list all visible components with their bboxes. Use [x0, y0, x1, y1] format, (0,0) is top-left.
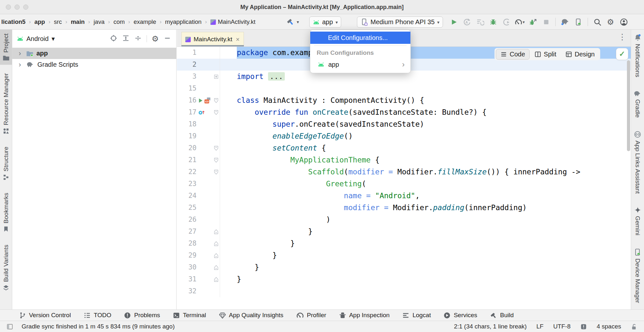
code-line-23[interactable]: 23 Greeting(	[177, 178, 631, 190]
fold-marker-down[interactable]	[213, 166, 220, 178]
project-view-select[interactable]: Android ▾	[17, 35, 55, 43]
editor-scrollbar[interactable]	[627, 60, 630, 151]
tab-options-icon[interactable]: ⋮	[618, 32, 626, 42]
code-line-32[interactable]: 32	[177, 285, 631, 297]
error-highlight-icon[interactable]	[580, 323, 587, 330]
close-icon[interactable]: ×	[236, 36, 240, 43]
tool-window-button-problems[interactable]: Problems	[124, 312, 160, 319]
panel-settings-button[interactable]: ⚙	[152, 34, 159, 44]
code-line-21[interactable]: 21 MyApplicationTheme {	[177, 154, 631, 166]
status-caret-position[interactable]: 2:1 (34 chars, 1 line break)	[454, 323, 527, 330]
override-gutter-icon[interactable]	[198, 109, 205, 116]
code-line-26[interactable]: 26 )	[177, 214, 631, 226]
fold-marker-up[interactable]	[213, 273, 220, 285]
fold-marker-down[interactable]	[213, 106, 220, 118]
tool-window-button-bookmarks[interactable]: Bookmarks	[0, 189, 12, 236]
tool-window-button-app-links-assistant[interactable]: App Links Assistant	[631, 127, 644, 198]
code-line-31[interactable]: 31}	[177, 273, 631, 285]
run-gutter-icon[interactable]	[198, 98, 203, 103]
breadcrumb-item[interactable]: MainActivity.kt	[210, 18, 255, 25]
sync-gradle-button[interactable]	[560, 17, 570, 27]
code-editor[interactable]: 1package com.example.myapplication23impo…	[177, 47, 631, 309]
status-line-separator[interactable]: LF	[536, 323, 543, 330]
apply-code-changes-button[interactable]	[475, 17, 485, 27]
status-indent-setting[interactable]: 4 spaces	[597, 323, 621, 330]
tree-item-app[interactable]: ›app	[12, 48, 176, 59]
breadcrumb-item[interactable]: myapplication	[165, 18, 201, 25]
code-line-25[interactable]: 25 modifier = Modifier.padding(innerPadd…	[177, 202, 631, 214]
view-toggle-design[interactable]: Design	[561, 49, 599, 59]
code-line-27[interactable]: 27 }	[177, 226, 631, 238]
chevron-right-icon[interactable]: ›	[19, 49, 23, 58]
apply-changes-button[interactable]: A	[462, 17, 472, 27]
view-toggle-split[interactable]: Split	[530, 49, 561, 59]
tool-window-button-profiler[interactable]: Profiler	[296, 311, 326, 319]
fold-marker-plus[interactable]	[213, 71, 220, 83]
fold-marker-up[interactable]	[213, 261, 220, 273]
profile-button[interactable]	[501, 17, 512, 27]
breadcrumb-item[interactable]: lication5	[1, 18, 25, 25]
breadcrumb-item[interactable]: app	[34, 18, 45, 25]
tool-window-button-project[interactable]: Project	[0, 30, 12, 65]
chevron-right-icon[interactable]: ›	[19, 61, 23, 69]
tool-window-button-version-control[interactable]: Version Control	[19, 312, 71, 319]
search-everywhere-button[interactable]	[592, 17, 602, 27]
tool-window-button-build-variants[interactable]: Build Variants	[0, 241, 12, 295]
fold-marker-up[interactable]	[213, 226, 220, 238]
build-project-button[interactable]: ▾	[286, 16, 299, 28]
run-configuration-select[interactable]: app ▾	[309, 16, 341, 28]
tool-window-button-app-inspection[interactable]: App Inspection	[339, 312, 390, 319]
profiler-button[interactable]: ▾	[514, 17, 525, 27]
code-line-19[interactable]: 19 enableEdgeToEdge()	[177, 130, 631, 142]
attach-debugger-button[interactable]	[528, 17, 538, 27]
view-toggle-code[interactable]: Code	[496, 49, 530, 60]
tool-window-button-notifications[interactable]: Notifications	[631, 30, 644, 81]
tool-window-button-gemini[interactable]: Gemini	[631, 202, 644, 239]
code-line-18[interactable]: 18 super.onCreate(savedInstanceState)	[177, 118, 631, 130]
expand-all-button[interactable]	[122, 34, 130, 43]
fold-marker-up[interactable]	[213, 238, 220, 249]
breadcrumb-item[interactable]: java	[94, 18, 105, 25]
run-button[interactable]	[448, 17, 459, 27]
tool-window-button-app-quality-insights[interactable]: App Quality Insights	[219, 312, 284, 319]
code-line-16[interactable]: 16<>class MainActivity : ComponentActivi…	[177, 94, 631, 106]
menu-item-edit-configurations[interactable]: Edit Configurations...	[310, 32, 410, 44]
collapse-all-button[interactable]	[134, 34, 142, 43]
device-manager-button[interactable]	[573, 17, 583, 27]
hide-panel-button[interactable]	[164, 34, 171, 43]
device-selector[interactable]: Medium Phone API 35 ▾	[357, 16, 443, 28]
tool-window-button-todo[interactable]: TODO	[83, 312, 111, 319]
account-button[interactable]	[619, 17, 629, 27]
tool-window-button-terminal[interactable]: Terminal	[173, 312, 206, 319]
inspections-widget[interactable]: ✓	[616, 48, 628, 60]
tool-window-button-device-manager[interactable]: Device Manager	[631, 244, 644, 307]
stop-button[interactable]	[541, 17, 551, 27]
menu-item-app[interactable]: app›	[310, 58, 410, 71]
locate-file-button[interactable]	[110, 34, 117, 43]
settings-button[interactable]: ⚙	[605, 17, 616, 27]
fold-marker-down[interactable]	[213, 94, 220, 106]
breadcrumb-item[interactable]: src	[54, 18, 62, 25]
code-line-30[interactable]: 30 }	[177, 261, 631, 273]
code-line-15[interactable]: 15	[177, 83, 631, 94]
unlock-icon[interactable]	[631, 323, 638, 330]
code-line-20[interactable]: 20 setContent {	[177, 142, 631, 154]
fold-marker-down[interactable]	[213, 154, 220, 166]
debug-button[interactable]	[488, 17, 498, 27]
fold-marker-up[interactable]	[213, 249, 220, 261]
tree-item-gradle-scripts[interactable]: ›Gradle Scripts	[12, 59, 176, 70]
chevron-down-icon[interactable]: ▾	[297, 19, 299, 24]
tool-window-button-gradle[interactable]: Gradle	[631, 86, 644, 122]
breadcrumb-item[interactable]: example	[134, 18, 156, 25]
breadcrumb-item[interactable]: main	[71, 18, 85, 25]
code-line-28[interactable]: 28 }	[177, 238, 631, 249]
breadcrumb-item[interactable]: com	[113, 18, 125, 25]
tool-window-button-services[interactable]: Services	[443, 312, 477, 319]
tool-window-button-logcat[interactable]: Logcat	[402, 312, 431, 319]
tool-window-button-structure[interactable]: Structure	[0, 143, 12, 184]
tab-mainactivity[interactable]: MainActivity.kt ×	[181, 32, 244, 46]
code-line-29[interactable]: 29 }	[177, 249, 631, 261]
code-line-17[interactable]: 17 override fun onCreate(savedInstanceSt…	[177, 106, 631, 118]
status-file-encoding[interactable]: UTF-8	[553, 323, 571, 330]
tool-window-button-build[interactable]: Build	[490, 312, 514, 319]
